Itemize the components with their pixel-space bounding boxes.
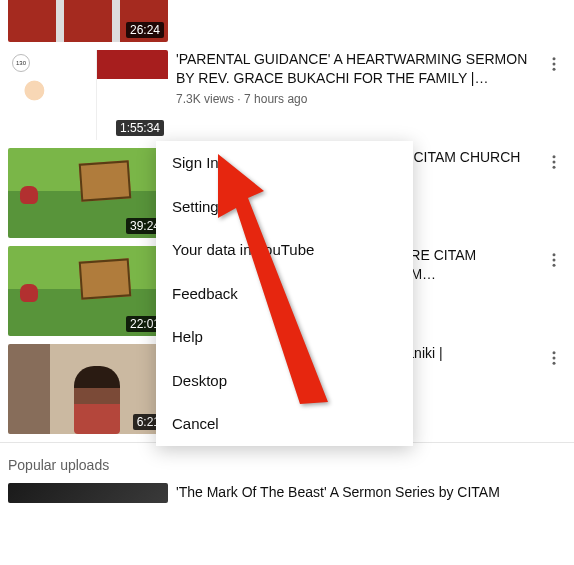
thumbnail[interactable]: 6:21 — [8, 344, 168, 434]
video-item[interactable]: 1:55:34 'PARENTAL GUIDANCE' A HEARTWARMI… — [8, 50, 566, 140]
thumbnail[interactable]: 39:24 — [8, 148, 168, 238]
svg-point-3 — [553, 57, 556, 60]
video-stats: 7.3K views7 hours ago — [176, 92, 530, 106]
popup-item-settings[interactable]: Settings — [156, 185, 413, 229]
popup-item-sign-in[interactable]: Sign In — [156, 141, 413, 185]
more-vertical-icon — [545, 153, 563, 171]
thumbnail[interactable]: 22:01 — [8, 246, 168, 336]
popup-item-desktop[interactable]: Desktop — [156, 359, 413, 403]
video-title: 'The Mark Of The Beast' A Sermon Series … — [176, 483, 562, 502]
video-item[interactable]: 'The Mark Of The Beast' A Sermon Series … — [8, 483, 566, 506]
duration-badge: 1:55:34 — [116, 120, 164, 136]
account-menu-popup: Sign In Settings Your data in YouTube Fe… — [156, 141, 413, 446]
more-vertical-icon — [545, 349, 563, 367]
duration-badge: 26:24 — [126, 22, 164, 38]
popup-item-your-data[interactable]: Your data in YouTube — [156, 228, 413, 272]
svg-point-11 — [553, 264, 556, 267]
section-title: Popular uploads — [0, 442, 574, 483]
popup-item-feedback[interactable]: Feedback — [156, 272, 413, 316]
thumbnail[interactable]: 26:24 — [8, 0, 168, 42]
thumbnail[interactable]: 1:55:34 — [8, 50, 168, 140]
svg-point-4 — [553, 63, 556, 66]
svg-point-12 — [553, 351, 556, 354]
more-options-button[interactable] — [542, 248, 566, 272]
video-title: 'PARENTAL GUIDANCE' A HEARTWARMING SERMO… — [176, 50, 530, 88]
svg-point-5 — [553, 68, 556, 71]
more-vertical-icon — [545, 251, 563, 269]
video-item[interactable]: 26:24 SHIRIKU EPISODE 6 | CITAM Church O… — [8, 0, 566, 42]
more-vertical-icon — [545, 55, 563, 73]
svg-point-9 — [553, 253, 556, 256]
video-list: 'The Mark Of The Beast' A Sermon Series … — [0, 483, 574, 506]
svg-point-6 — [553, 155, 556, 158]
more-options-button[interactable] — [542, 346, 566, 370]
popup-item-help[interactable]: Help — [156, 315, 413, 359]
svg-point-13 — [553, 357, 556, 360]
views: 7.3K views — [176, 92, 234, 106]
more-options-button[interactable] — [542, 150, 566, 174]
popup-item-cancel[interactable]: Cancel — [156, 402, 413, 446]
more-options-button[interactable] — [542, 52, 566, 76]
svg-point-7 — [553, 161, 556, 164]
content-badge — [12, 54, 30, 72]
thumbnail[interactable] — [8, 483, 168, 503]
svg-point-10 — [553, 259, 556, 262]
video-meta: 'The Mark Of The Beast' A Sermon Series … — [176, 483, 566, 506]
svg-point-14 — [553, 362, 556, 365]
svg-point-8 — [553, 166, 556, 169]
video-meta: 'PARENTAL GUIDANCE' A HEARTWARMING SERMO… — [176, 50, 534, 140]
age: 7 hours ago — [234, 92, 307, 106]
video-meta: SHIRIKU EPISODE 6 | CITAM Church Online … — [176, 0, 534, 42]
